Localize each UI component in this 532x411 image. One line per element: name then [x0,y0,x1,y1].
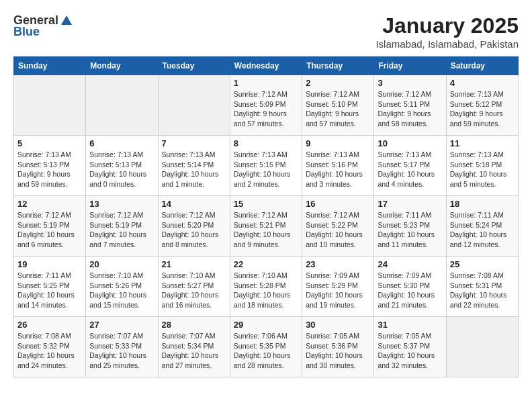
calendar-cell: 20Sunrise: 7:10 AM Sunset: 5:26 PM Dayli… [86,257,158,317]
day-detail: Sunrise: 7:13 AM Sunset: 5:17 PM Dayligh… [378,150,442,189]
day-number: 6 [89,138,154,148]
day-detail: Sunrise: 7:13 AM Sunset: 5:13 PM Dayligh… [17,150,82,189]
day-number: 5 [17,138,82,148]
day-number: 4 [450,78,515,88]
calendar-cell: 6Sunrise: 7:13 AM Sunset: 5:13 PM Daylig… [86,136,158,196]
calendar-cell: 10Sunrise: 7:13 AM Sunset: 5:17 PM Dayli… [374,136,446,196]
day-detail: Sunrise: 7:13 AM Sunset: 5:13 PM Dayligh… [89,150,154,189]
calendar-cell: 22Sunrise: 7:10 AM Sunset: 5:28 PM Dayli… [230,257,302,317]
calendar-day-header: Sunday [14,57,86,75]
day-number: 11 [450,138,515,148]
day-detail: Sunrise: 7:13 AM Sunset: 5:18 PM Dayligh… [450,150,515,189]
logo-icon [60,14,73,28]
day-number: 28 [162,320,226,330]
day-number: 29 [234,320,298,330]
day-number: 14 [162,199,226,209]
day-detail: Sunrise: 7:11 AM Sunset: 5:23 PM Dayligh… [378,210,442,250]
day-detail: Sunrise: 7:11 AM Sunset: 5:24 PM Dayligh… [450,210,515,250]
day-number: 10 [378,138,442,148]
day-number: 17 [378,199,442,209]
day-number: 1 [234,78,298,88]
day-detail: Sunrise: 7:07 AM Sunset: 5:34 PM Dayligh… [162,331,226,371]
day-detail: Sunrise: 7:11 AM Sunset: 5:25 PM Dayligh… [17,271,82,310]
day-number: 22 [234,259,298,269]
day-number: 15 [234,199,298,209]
calendar-cell: 1Sunrise: 7:12 AM Sunset: 5:09 PM Daylig… [230,75,302,136]
day-detail: Sunrise: 7:10 AM Sunset: 5:28 PM Dayligh… [234,271,298,310]
calendar-cell: 30Sunrise: 7:05 AM Sunset: 5:36 PM Dayli… [302,317,374,377]
calendar-cell: 24Sunrise: 7:09 AM Sunset: 5:30 PM Dayli… [374,257,446,317]
calendar-cell: 13Sunrise: 7:12 AM Sunset: 5:19 PM Dayli… [86,196,158,257]
page-title: January 2025 [375,13,519,38]
day-number: 16 [306,199,370,209]
day-detail: Sunrise: 7:05 AM Sunset: 5:36 PM Dayligh… [306,331,370,371]
calendar-cell: 2Sunrise: 7:12 AM Sunset: 5:10 PM Daylig… [302,75,374,136]
day-number: 7 [162,138,226,148]
calendar-cell [446,317,518,377]
day-detail: Sunrise: 7:12 AM Sunset: 5:22 PM Dayligh… [306,210,370,250]
calendar-cell: 31Sunrise: 7:05 AM Sunset: 5:37 PM Dayli… [374,317,446,377]
calendar-cell: 28Sunrise: 7:07 AM Sunset: 5:34 PM Dayli… [158,317,230,377]
day-detail: Sunrise: 7:07 AM Sunset: 5:33 PM Dayligh… [89,331,154,371]
calendar-cell: 7Sunrise: 7:13 AM Sunset: 5:14 PM Daylig… [158,136,230,196]
day-detail: Sunrise: 7:13 AM Sunset: 5:12 PM Dayligh… [450,89,515,129]
calendar-cell: 3Sunrise: 7:12 AM Sunset: 5:11 PM Daylig… [374,75,446,136]
day-detail: Sunrise: 7:12 AM Sunset: 5:11 PM Dayligh… [378,89,442,129]
calendar-cell [158,75,230,136]
day-detail: Sunrise: 7:13 AM Sunset: 5:15 PM Dayligh… [234,150,298,189]
calendar-cell: 23Sunrise: 7:09 AM Sunset: 5:29 PM Dayli… [302,257,374,317]
calendar-day-header: Thursday [302,57,374,75]
calendar-cell: 14Sunrise: 7:12 AM Sunset: 5:20 PM Dayli… [158,196,230,257]
calendar-cell: 27Sunrise: 7:07 AM Sunset: 5:33 PM Dayli… [86,317,158,377]
day-number: 12 [17,199,82,209]
calendar-cell: 17Sunrise: 7:11 AM Sunset: 5:23 PM Dayli… [374,196,446,257]
page-header: General Blue January 2025 Islamabad, Isl… [13,13,519,50]
calendar-cell [14,75,86,136]
day-detail: Sunrise: 7:12 AM Sunset: 5:21 PM Dayligh… [234,210,298,250]
calendar-cell [86,75,158,136]
calendar-cell: 21Sunrise: 7:10 AM Sunset: 5:27 PM Dayli… [158,257,230,317]
day-number: 23 [306,259,370,269]
day-detail: Sunrise: 7:08 AM Sunset: 5:32 PM Dayligh… [17,331,82,371]
day-detail: Sunrise: 7:12 AM Sunset: 5:19 PM Dayligh… [17,210,82,250]
logo: General Blue [13,13,73,39]
calendar-cell: 8Sunrise: 7:13 AM Sunset: 5:15 PM Daylig… [230,136,302,196]
day-number: 2 [306,78,370,88]
calendar-cell: 5Sunrise: 7:13 AM Sunset: 5:13 PM Daylig… [14,136,86,196]
calendar-day-header: Wednesday [230,57,302,75]
calendar-day-header: Saturday [446,57,518,75]
day-number: 31 [378,320,442,330]
calendar-week-row: 5Sunrise: 7:13 AM Sunset: 5:13 PM Daylig… [14,136,519,196]
calendar-cell: 15Sunrise: 7:12 AM Sunset: 5:21 PM Dayli… [230,196,302,257]
calendar-cell: 18Sunrise: 7:11 AM Sunset: 5:24 PM Dayli… [446,196,518,257]
page-subtitle: Islamabad, Islamabad, Pakistan [375,38,519,50]
calendar-cell: 4Sunrise: 7:13 AM Sunset: 5:12 PM Daylig… [446,75,518,136]
calendar-day-header: Friday [374,57,446,75]
calendar-cell: 11Sunrise: 7:13 AM Sunset: 5:18 PM Dayli… [446,136,518,196]
calendar-cell: 16Sunrise: 7:12 AM Sunset: 5:22 PM Dayli… [302,196,374,257]
day-number: 18 [450,199,515,209]
day-detail: Sunrise: 7:09 AM Sunset: 5:29 PM Dayligh… [306,271,370,310]
day-number: 21 [162,259,226,269]
calendar-week-row: 1Sunrise: 7:12 AM Sunset: 5:09 PM Daylig… [14,75,519,136]
calendar-cell: 25Sunrise: 7:08 AM Sunset: 5:31 PM Dayli… [446,257,518,317]
calendar-week-row: 19Sunrise: 7:11 AM Sunset: 5:25 PM Dayli… [14,257,519,317]
day-number: 9 [306,138,370,148]
day-number: 19 [17,259,82,269]
day-detail: Sunrise: 7:08 AM Sunset: 5:31 PM Dayligh… [450,271,515,310]
calendar-cell: 12Sunrise: 7:12 AM Sunset: 5:19 PM Dayli… [14,196,86,257]
day-detail: Sunrise: 7:13 AM Sunset: 5:16 PM Dayligh… [306,150,370,189]
day-number: 20 [89,259,154,269]
day-number: 25 [450,259,515,269]
day-number: 8 [234,138,298,148]
calendar-table: SundayMondayTuesdayWednesdayThursdayFrid… [13,56,519,377]
calendar-day-header: Monday [86,57,158,75]
calendar-week-row: 12Sunrise: 7:12 AM Sunset: 5:19 PM Dayli… [14,196,519,257]
logo-blue-text: Blue [13,25,40,39]
day-detail: Sunrise: 7:12 AM Sunset: 5:09 PM Dayligh… [234,89,298,129]
day-number: 24 [378,259,442,269]
day-number: 3 [378,78,442,88]
calendar-cell: 19Sunrise: 7:11 AM Sunset: 5:25 PM Dayli… [14,257,86,317]
day-detail: Sunrise: 7:05 AM Sunset: 5:37 PM Dayligh… [378,331,442,371]
calendar-cell: 29Sunrise: 7:06 AM Sunset: 5:35 PM Dayli… [230,317,302,377]
